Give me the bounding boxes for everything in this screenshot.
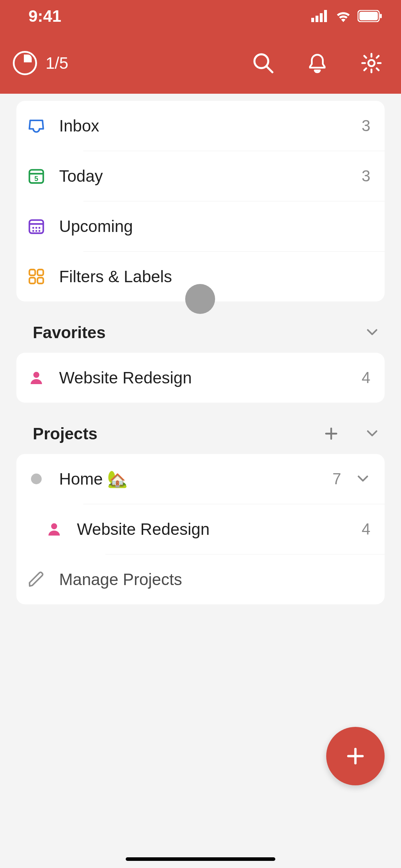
home-indicator[interactable] (126, 857, 275, 861)
svg-point-9 (368, 60, 375, 66)
view-upcoming[interactable]: Upcoming (16, 201, 385, 251)
add-project-button[interactable] (323, 426, 339, 441)
calendar-today-icon: 5 (26, 166, 46, 186)
manage-label: Manage Projects (59, 570, 370, 589)
chevron-down-icon[interactable] (365, 426, 380, 441)
notifications-button[interactable] (306, 52, 328, 74)
chevron-down-icon[interactable] (355, 471, 370, 486)
project-count: 4 (362, 520, 370, 538)
section-projects-header[interactable]: Projects (0, 403, 401, 454)
touch-indicator (185, 284, 215, 314)
view-label: Today (59, 166, 362, 186)
progress-text: 1/5 (46, 53, 68, 73)
toolbar: 1/5 (0, 32, 401, 94)
favorite-website-redesign[interactable]: Website Redesign 4 (16, 353, 385, 403)
favorites-card: Website Redesign 4 (16, 353, 385, 403)
person-icon (44, 519, 64, 539)
project-website-redesign[interactable]: Website Redesign 4 (16, 504, 385, 554)
view-count: 3 (362, 167, 370, 185)
svg-rect-22 (37, 270, 43, 275)
view-today[interactable]: 5 Today 3 (16, 151, 385, 201)
plus-icon (345, 745, 366, 767)
wifi-icon (335, 10, 352, 22)
view-label: Inbox (59, 116, 362, 135)
svg-point-15 (32, 227, 34, 229)
battery-icon (358, 10, 382, 22)
status-bar: 9:41 (0, 0, 401, 32)
projects-card: Home 🏡 7 Website Redesign 4 Manage Proje… (16, 454, 385, 604)
gear-icon (360, 52, 382, 74)
favorite-count: 4 (362, 369, 370, 387)
cellular-icon (311, 10, 329, 22)
project-count: 7 (333, 470, 341, 488)
productivity-button[interactable]: 1/5 (13, 51, 68, 75)
add-task-fab[interactable] (326, 727, 385, 785)
svg-rect-24 (37, 278, 43, 283)
svg-point-16 (35, 227, 37, 229)
calendar-upcoming-icon (26, 216, 46, 236)
person-icon (26, 368, 46, 388)
favorite-label: Website Redesign (59, 368, 362, 387)
search-button[interactable] (252, 52, 274, 74)
chevron-down-icon[interactable] (365, 325, 380, 340)
progress-circle-icon (13, 51, 37, 75)
svg-rect-5 (359, 12, 378, 20)
svg-point-28 (51, 523, 57, 529)
view-inbox[interactable]: Inbox 3 (16, 101, 385, 151)
svg-point-17 (38, 227, 40, 229)
svg-point-19 (35, 230, 37, 232)
section-title: Favorites (33, 323, 106, 342)
svg-rect-2 (320, 13, 323, 22)
project-label: Home 🏡 (59, 469, 333, 489)
svg-point-20 (38, 230, 40, 232)
view-label: Filters & Labels (59, 267, 370, 286)
project-color-dot (26, 469, 46, 489)
bell-icon (306, 52, 328, 74)
svg-rect-23 (30, 278, 35, 283)
svg-line-8 (267, 67, 272, 72)
svg-rect-3 (324, 10, 327, 22)
status-icons (311, 10, 382, 22)
view-count: 3 (362, 117, 370, 135)
status-time: 9:41 (28, 6, 61, 26)
grid-icon (26, 267, 46, 286)
settings-button[interactable] (360, 52, 382, 74)
svg-rect-21 (30, 270, 35, 275)
svg-rect-6 (380, 14, 382, 18)
pencil-icon (26, 569, 46, 589)
app-header: 9:41 1/5 (0, 0, 401, 94)
views-card: Inbox 3 5 Today 3 Upcoming Filters & Lab… (16, 101, 385, 301)
project-home[interactable]: Home 🏡 7 (16, 454, 385, 504)
search-icon (252, 52, 274, 74)
svg-point-18 (32, 230, 34, 232)
svg-rect-0 (311, 18, 314, 22)
section-title: Projects (33, 424, 98, 443)
svg-rect-1 (316, 16, 318, 22)
project-label: Website Redesign (77, 520, 362, 539)
view-label: Upcoming (59, 217, 370, 236)
svg-text:5: 5 (35, 175, 38, 182)
inbox-icon (26, 116, 46, 136)
manage-projects[interactable]: Manage Projects (16, 554, 385, 604)
svg-point-25 (33, 372, 40, 378)
